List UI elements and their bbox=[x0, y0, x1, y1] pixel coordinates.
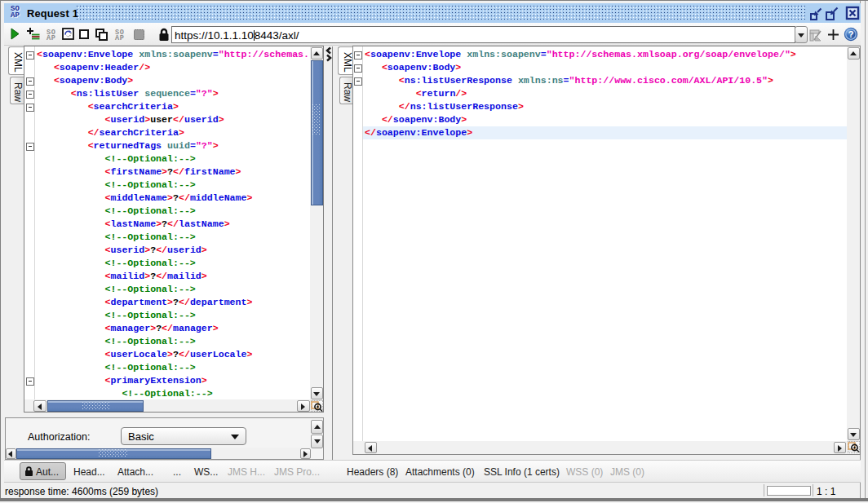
svg-text:?: ? bbox=[848, 29, 854, 39]
